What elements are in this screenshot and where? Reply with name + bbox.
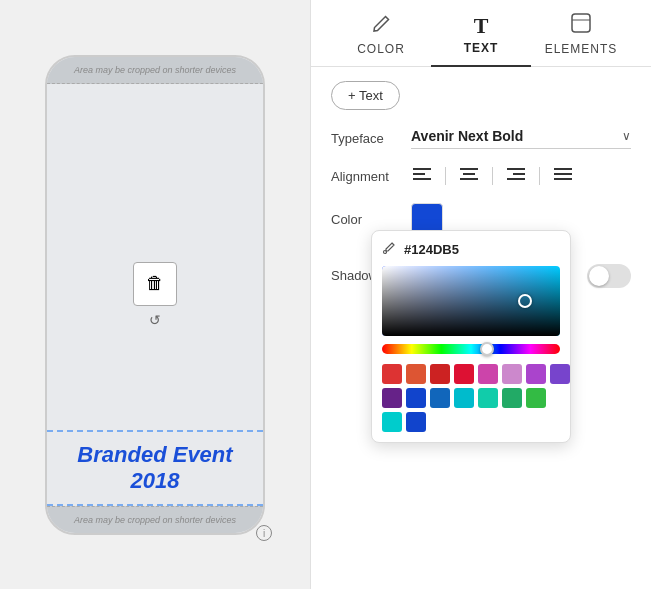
swatch-14[interactable] [502,388,522,408]
color-label: Color [331,212,411,227]
swatch-8[interactable] [550,364,570,384]
info-icon[interactable]: i [256,525,272,541]
shadow-toggle-knob [589,266,609,286]
swatch-16[interactable] [382,412,402,432]
swatch-6[interactable] [502,364,522,384]
alignment-label: Alignment [331,169,411,184]
text-tab-label: TEXT [464,41,499,55]
align-divider-3 [539,167,540,185]
swatch-2[interactable] [406,364,426,384]
svg-rect-0 [572,14,590,32]
align-justify-button[interactable] [552,165,574,187]
gradient-picker[interactable] [382,266,560,336]
tab-color[interactable]: COLOR [331,13,431,66]
swatch-11[interactable] [430,388,450,408]
typeface-control: Avenir Next Bold ∨ [411,128,631,149]
alignment-options [411,165,631,187]
typeface-label: Typeface [331,131,411,146]
typeface-row: Typeface Avenir Next Bold ∨ [331,128,631,149]
swatch-10[interactable] [406,388,426,408]
phone-bottom-text[interactable]: Branded Event 2018 [47,430,263,506]
typeface-value: Avenir Next Bold [411,128,523,144]
left-panel: Area may be cropped on shorter devices 🗑… [0,0,310,589]
phone-body: 🗑 ↺ Branded Event 2018 [47,84,263,506]
align-left-button[interactable] [411,165,433,187]
phone-mockup: Area may be cropped on shorter devices 🗑… [45,55,265,535]
right-panel: COLOR T TEXT ELEMENTS + Text Typeface Av [310,0,651,589]
phone-top-bar: Area may be cropped on shorter devices [47,57,263,84]
eyedropper-icon[interactable] [382,241,396,258]
delete-button[interactable]: 🗑 [133,262,177,306]
refresh-icon[interactable]: ↺ [149,312,161,328]
align-divider-2 [492,167,493,185]
color-tab-label: COLOR [357,42,405,56]
delete-icon-container: 🗑 ↺ [133,262,177,328]
align-center-button[interactable] [458,165,480,187]
tab-text[interactable]: T TEXT [431,15,531,67]
swatch-9[interactable] [382,388,402,408]
color-picker-popup [371,230,571,443]
swatch-7[interactable] [526,364,546,384]
swatch-1[interactable] [382,364,402,384]
elements-tab-label: ELEMENTS [545,42,618,56]
color-hex-row [382,241,560,258]
swatch-4[interactable] [454,364,474,384]
add-text-button[interactable]: + Text [331,81,400,110]
gradient-overlay-black [382,266,560,336]
color-swatches-grid [382,364,560,432]
phone-bottom-bar: Area may be cropped on shorter devices [47,506,263,533]
chevron-down-icon: ∨ [622,129,631,143]
align-right-button[interactable] [505,165,527,187]
swatch-12[interactable] [454,388,474,408]
elements-tab-icon [570,12,592,38]
branded-event-text: Branded Event 2018 [57,442,253,494]
align-divider-1 [445,167,446,185]
tab-elements[interactable]: ELEMENTS [531,12,631,66]
swatch-15[interactable] [526,388,546,408]
svg-point-13 [384,251,387,254]
text-tab-icon: T [474,15,489,37]
swatch-17[interactable] [406,412,426,432]
shadow-toggle[interactable] [587,264,631,288]
hue-slider[interactable] [382,344,560,354]
typeface-select[interactable]: Avenir Next Bold ∨ [411,128,631,149]
swatch-5[interactable] [478,364,498,384]
hue-thumb [480,342,494,356]
gradient-picker-thumb [518,294,532,308]
color-hex-input[interactable] [404,242,484,257]
swatch-3[interactable] [430,364,450,384]
swatch-13[interactable] [478,388,498,408]
tab-bar: COLOR T TEXT ELEMENTS [311,0,651,67]
color-tab-icon [370,13,392,38]
alignment-row: Alignment [331,165,631,187]
trash-icon: 🗑 [146,273,164,294]
